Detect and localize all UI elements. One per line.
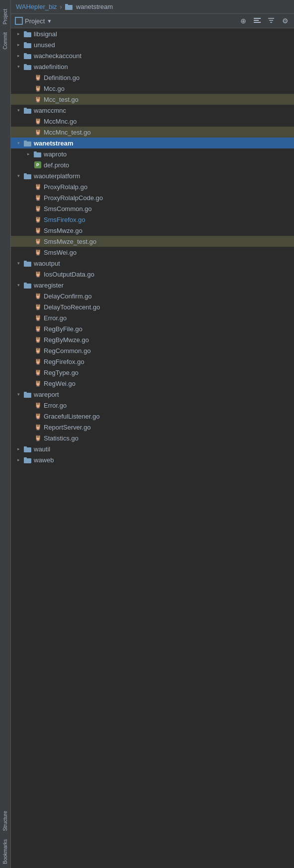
settings-button[interactable]: ⚙ — [280, 16, 290, 26]
file-label: SmsMwze.go — [44, 227, 82, 234]
breadcrumb-separator: › — [60, 3, 62, 10]
expand-icon: ▾ — [15, 140, 22, 146]
side-tab-structure[interactable]: Structure — [1, 807, 9, 835]
expand-placeholder — [25, 183, 32, 190]
tree-item[interactable]: 🦉SmsWei.go — [11, 247, 294, 258]
folder-label: libsignal — [34, 30, 57, 38]
tree-item[interactable]: 🦉Statistics.go — [11, 433, 294, 443]
svg-rect-33 — [24, 457, 27, 459]
filter-button[interactable] — [266, 16, 276, 26]
side-tab-project[interactable]: Project — [1, 5, 9, 28]
go-file-icon: 🦉 — [34, 368, 42, 376]
side-tab-commit[interactable]: Commit — [1, 28, 9, 53]
tree-item[interactable]: ▾waouterplatform — [11, 170, 294, 181]
tree-item[interactable]: 🦉ReportServer.go — [11, 422, 294, 433]
tree-item[interactable]: 🦉Error.go — [11, 312, 294, 323]
go-file-icon: 🦉 — [34, 248, 42, 256]
expand-placeholder — [25, 424, 32, 431]
go-file-icon: 🦉 — [34, 401, 42, 409]
tree-item[interactable]: ▸unused — [11, 39, 294, 50]
tree-item[interactable]: Pdef.proto — [11, 159, 294, 170]
folder-icon — [24, 41, 32, 49]
svg-rect-29 — [24, 392, 27, 394]
tree-item[interactable]: ▾wamccmnc — [11, 105, 294, 116]
tree-item[interactable]: 🦉Error.go — [11, 400, 294, 411]
breadcrumb-folder-icon — [65, 3, 73, 10]
tree-item[interactable]: ▾wadefinition — [11, 61, 294, 72]
tree-item[interactable]: 🦉SmsMwze.go — [11, 225, 294, 236]
tree-item[interactable]: 🦉RegByFile.go — [11, 323, 294, 334]
folder-label: wadefinition — [34, 63, 68, 71]
side-tab-bookmarks[interactable]: Bookmarks — [1, 835, 9, 868]
go-file-icon: 🦉 — [34, 424, 42, 431]
folder-label: waregister — [34, 282, 64, 289]
tree-item[interactable]: 🦉Mcc_test.go — [11, 94, 294, 105]
tree-item[interactable]: 🦉SmsFirefox.go — [11, 214, 294, 225]
file-label: SmsMwze_test.go — [44, 238, 96, 245]
folder-label: waouterplatform — [34, 172, 80, 180]
proto-file-icon: P — [34, 161, 42, 169]
tree-item[interactable]: 🦉RegFirefox.go — [11, 356, 294, 367]
project-selector[interactable]: Project ▼ — [15, 17, 52, 25]
tree-item[interactable]: ▸wacheckaccount — [11, 50, 294, 61]
tree-item[interactable]: ▸wautil — [11, 443, 294, 454]
go-file-icon: 🦉 — [34, 347, 42, 355]
tree-item[interactable]: 🦉RegWei.go — [11, 378, 294, 389]
file-label: IosOutputData.go — [44, 271, 94, 278]
go-file-icon: 🦉 — [34, 347, 42, 354]
crosshair-button[interactable]: ⊕ — [238, 16, 248, 26]
tree-item[interactable]: 🦉RegType.go — [11, 367, 294, 378]
project-label: Project — [25, 17, 45, 25]
dropdown-arrow-icon: ▼ — [47, 18, 52, 24]
tree-item[interactable]: 🦉RegByMwze.go — [11, 334, 294, 345]
go-file-icon: 🦉 — [34, 434, 42, 441]
tree-item[interactable]: 🦉MccMnc_test.go — [11, 127, 294, 138]
tree-item[interactable]: 🦉IosOutputData.go — [11, 269, 294, 280]
tree-item[interactable]: 🦉GracefulListener.go — [11, 411, 294, 422]
folder-icon — [34, 150, 42, 158]
tree-item[interactable]: 🦉ProxyRolalp.go — [11, 181, 294, 192]
svg-rect-13 — [24, 53, 27, 55]
expand-icon: ▸ — [15, 52, 22, 59]
tree-item[interactable]: 🦉Definition.go — [11, 72, 294, 83]
expand-placeholder — [25, 227, 32, 234]
go-file-icon: 🦉 — [34, 270, 42, 278]
breadcrumb: WAHepler_biz › wanetstream — [11, 0, 294, 14]
folder-icon — [24, 259, 32, 267]
tree-item[interactable]: ▸waproto — [11, 148, 294, 159]
tree-item[interactable]: 🦉DelayTooRecent.go — [11, 301, 294, 312]
tree-item[interactable]: ▾waoutput — [11, 258, 294, 269]
file-label: SmsFirefox.go — [44, 216, 85, 223]
folder-label: wacheckaccount — [34, 52, 81, 60]
tree-item[interactable]: 🦉Mcc.go — [11, 83, 294, 94]
tree-item[interactable]: 🦉SmsMwze_test.go — [11, 236, 294, 247]
go-file-icon: 🦉 — [34, 238, 42, 245]
go-file-icon: 🦉 — [34, 74, 42, 81]
expand-icon: ▸ — [25, 150, 32, 157]
file-label: RegWei.go — [44, 380, 75, 387]
folder-icon — [24, 456, 32, 464]
align-icon — [253, 17, 261, 24]
go-file-icon: 🦉 — [34, 413, 42, 420]
expand-placeholder — [25, 413, 32, 420]
align-button[interactable] — [252, 16, 262, 26]
file-label: RegByMwze.go — [44, 336, 89, 344]
tree-item[interactable]: ▾wanetstream — [11, 138, 294, 148]
file-label: Statistics.go — [44, 434, 78, 442]
go-file-icon: 🦉 — [34, 402, 42, 409]
breadcrumb-root[interactable]: WAHepler_biz — [16, 3, 57, 10]
tree-item[interactable]: 🦉ProxyRolalpCode.go — [11, 192, 294, 203]
folder-icon — [24, 30, 32, 38]
tree-item[interactable]: ▾wareport — [11, 389, 294, 400]
tree-item[interactable]: 🦉RegCommon.go — [11, 345, 294, 356]
tree-item[interactable]: ▸libsignal — [11, 28, 294, 39]
tree-item[interactable]: ▸waweb — [11, 454, 294, 465]
tree-item[interactable]: 🦉MccMnc.go — [11, 116, 294, 127]
tree-item[interactable]: ▾waregister — [11, 280, 294, 290]
svg-rect-15 — [24, 64, 27, 66]
tree-item[interactable]: 🦉DelayConfirm.go — [11, 290, 294, 301]
folder-icon — [24, 445, 32, 453]
folder-icon — [24, 106, 32, 114]
expand-placeholder — [25, 402, 32, 409]
tree-item[interactable]: 🦉SmsCommon.go — [11, 203, 294, 214]
